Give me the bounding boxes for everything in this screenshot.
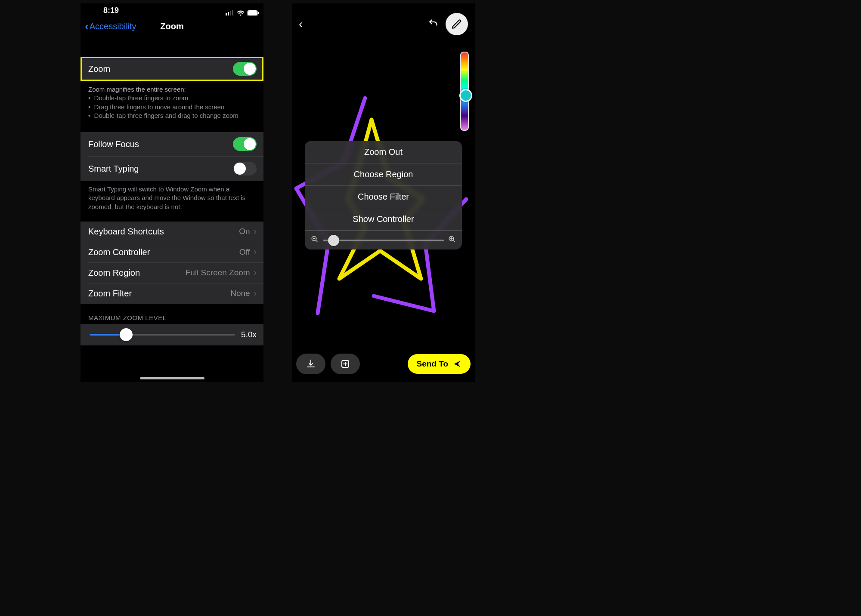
- svg-rect-5: [248, 11, 257, 15]
- zoom-help-text: Zoom magnifies the entire screen: • Doub…: [81, 81, 263, 120]
- status-bar: 8:19: [81, 3, 263, 17]
- zoom-controller-value: Off: [239, 247, 250, 257]
- zoom-toggle-label: Zoom: [88, 64, 110, 74]
- zoom-filter-row[interactable]: Zoom Filter None›: [81, 283, 263, 304]
- zoom-help-header: Zoom magnifies the entire screen:: [88, 85, 256, 94]
- zoom-options-section: Keyboard Shortcuts On› Zoom Controller O…: [81, 222, 263, 304]
- svg-rect-3: [232, 10, 233, 15]
- nav-bar: ‹ Accessibility Zoom: [81, 17, 263, 36]
- svg-line-11: [453, 240, 455, 242]
- max-zoom-value: 5.0x: [241, 330, 257, 339]
- smart-typing-label: Smart Typing: [88, 164, 139, 174]
- save-button[interactable]: [296, 354, 325, 374]
- zoom-controller-row[interactable]: Zoom Controller Off›: [81, 242, 263, 262]
- home-indicator[interactable]: [140, 377, 204, 379]
- battery-icon: [247, 10, 259, 16]
- zoom-level-knob[interactable]: [328, 235, 339, 246]
- story-button[interactable]: [331, 354, 360, 374]
- zoom-filter-label: Zoom Filter: [88, 289, 132, 299]
- zoom-accessibility-menu: Zoom Out Choose Region Choose Filter Sho…: [305, 141, 462, 249]
- choose-filter-item[interactable]: Choose Filter: [305, 186, 462, 208]
- follow-focus-toggle[interactable]: [233, 137, 257, 151]
- svg-rect-0: [226, 13, 227, 15]
- follow-focus-row[interactable]: Follow Focus: [81, 132, 263, 156]
- follow-focus-label: Follow Focus: [88, 139, 139, 149]
- zoom-filter-value: None: [230, 289, 250, 298]
- show-controller-item[interactable]: Show Controller: [305, 208, 462, 231]
- draw-tool-button[interactable]: [446, 13, 468, 35]
- zoom-toggle-row[interactable]: Zoom: [81, 57, 263, 81]
- send-to-label: Send To: [416, 359, 448, 369]
- smart-typing-toggle[interactable]: [233, 162, 257, 176]
- zoom-toggle-section: Zoom: [81, 57, 263, 81]
- keyboard-shortcuts-row[interactable]: Keyboard Shortcuts On›: [81, 222, 263, 242]
- max-zoom-slider-row: 5.0x: [81, 324, 263, 345]
- svg-rect-2: [230, 11, 231, 15]
- zoom-out-item[interactable]: Zoom Out: [305, 141, 462, 163]
- zoom-level-slider-row: [305, 231, 462, 249]
- svg-line-8: [316, 240, 318, 242]
- max-zoom-header: MAXIMUM ZOOM LEVEL: [81, 304, 263, 324]
- chevron-right-icon: ›: [254, 289, 257, 298]
- smart-typing-note: Smart Typing will switch to Window Zoom …: [81, 181, 263, 211]
- keyboard-shortcuts-label: Keyboard Shortcuts: [88, 227, 164, 237]
- zoom-in-icon[interactable]: [448, 235, 456, 245]
- snapchat-screen: ‹ Zoom Out Choose Region Choose Filter S…: [292, 3, 475, 382]
- page-title: Zoom: [81, 22, 263, 31]
- settings-screen: 8:19 ‹ Accessibility Zoom: [81, 3, 263, 382]
- zoom-region-row[interactable]: Zoom Region Full Screen Zoom›: [81, 263, 263, 283]
- send-to-button[interactable]: Send To: [408, 354, 471, 374]
- choose-region-item[interactable]: Choose Region: [305, 163, 462, 186]
- status-time: 8:19: [103, 3, 119, 17]
- undo-button[interactable]: [427, 17, 439, 31]
- typing-section: Follow Focus Smart Typing: [81, 132, 263, 181]
- zoom-out-icon[interactable]: [311, 235, 319, 245]
- zoom-controller-label: Zoom Controller: [88, 247, 150, 257]
- zoom-region-label: Zoom Region: [88, 268, 140, 278]
- zoom-level-slider[interactable]: [323, 240, 444, 241]
- chevron-right-icon: ›: [254, 227, 257, 236]
- back-button[interactable]: ‹: [299, 17, 303, 31]
- svg-rect-1: [228, 12, 229, 15]
- snap-top-bar: ‹: [299, 11, 468, 37]
- zoom-toggle[interactable]: [233, 62, 257, 76]
- svg-rect-6: [258, 12, 259, 14]
- smart-typing-row[interactable]: Smart Typing: [81, 157, 263, 181]
- max-zoom-slider[interactable]: [90, 334, 235, 336]
- chevron-right-icon: ›: [254, 247, 257, 257]
- keyboard-shortcuts-value: On: [239, 227, 250, 236]
- color-picker-slider[interactable]: [460, 52, 469, 131]
- wifi-icon: [237, 10, 245, 16]
- color-picker-knob[interactable]: [459, 89, 472, 102]
- snap-bottom-bar: Send To: [296, 354, 471, 374]
- chevron-right-icon: ›: [254, 268, 257, 277]
- zoom-region-value: Full Screen Zoom: [186, 268, 250, 277]
